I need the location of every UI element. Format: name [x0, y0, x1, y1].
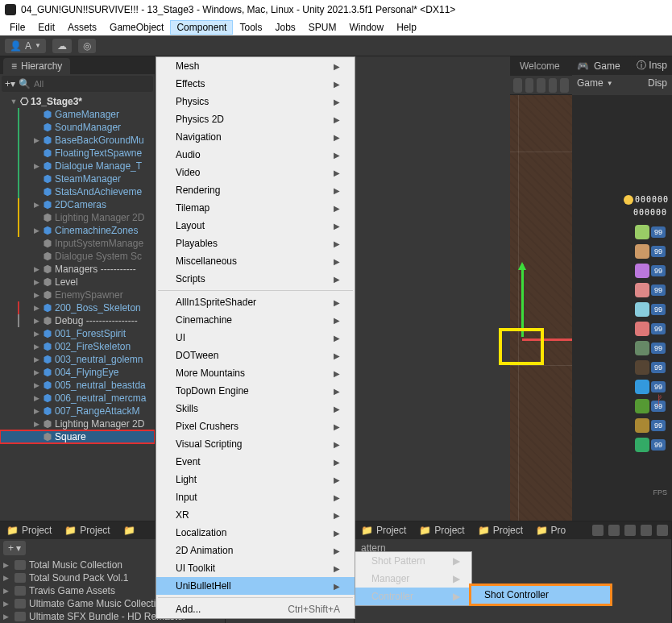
submenu-shot-pattern[interactable]: Shot Pattern▶ [355, 552, 471, 570]
expand-arrow-icon[interactable]: ▶ [32, 330, 40, 338]
tool-shaded[interactable] [513, 78, 522, 93]
lock-icon[interactable] [624, 525, 636, 536]
hierarchy-row[interactable]: ▶007_RangeAttackM [0, 405, 155, 417]
component-menu-item[interactable]: Audio▶ [156, 146, 355, 164]
hierarchy-row[interactable]: Dialogue System Sc [0, 250, 155, 263]
submenu-unibullethell[interactable]: Shot Pattern▶ Manager▶ Controller▶ [355, 551, 472, 606]
component-menu-item[interactable]: AllIn1SpriteShader▶ [156, 293, 355, 311]
hierarchy-tree[interactable]: ▼ ⎔ 13_Stage3* GameManagerSoundManager▶B… [0, 93, 155, 521]
component-menu-item[interactable]: XR▶ [156, 506, 355, 524]
component-menu-item[interactable]: UI Toolkit▶ [156, 559, 355, 577]
hierarchy-row[interactable]: ▶CinemachineZones [0, 224, 155, 237]
services-button[interactable]: ◎ [78, 39, 96, 53]
expand-arrow-icon[interactable]: ▶ [32, 136, 40, 144]
account-button[interactable]: 👤 A ▼ [5, 39, 46, 53]
component-menu-item[interactable]: Localization▶ [156, 524, 355, 542]
gizmo-y-axis[interactable] [521, 264, 524, 337]
component-menu-item[interactable]: Cinemachine▶ [156, 311, 355, 329]
expand-arrow-icon[interactable]: ▶ [32, 317, 40, 325]
tool-fx[interactable] [560, 78, 569, 93]
submenu-shot-controller[interactable]: Shot Controller [471, 586, 610, 604]
menu-edit[interactable]: Edit [31, 20, 61, 35]
hierarchy-row[interactable]: SteamManager [0, 172, 155, 185]
component-menu-item[interactable]: TopDown Engine▶ [156, 382, 355, 400]
scene-row[interactable]: ▼ ⎔ 13_Stage3* [0, 95, 155, 108]
component-menu-item[interactable]: Layout▶ [156, 217, 355, 235]
hierarchy-row[interactable]: ▶Level [0, 276, 155, 289]
component-menu-item[interactable]: Physics 2D▶ [156, 110, 355, 128]
tab-game[interactable]: 🎮 Game ⓘ Insp [572, 56, 672, 75]
tab-project-7[interactable]: 📁 Project [471, 522, 529, 538]
component-menu-item[interactable]: Rendering▶ [156, 181, 355, 199]
component-menu-item[interactable]: Light▶ [156, 471, 355, 488]
component-menu-item[interactable]: Video▶ [156, 164, 355, 181]
tool-2d[interactable] [525, 78, 534, 93]
cloud-button[interactable]: ☁ [52, 39, 72, 53]
menu-tools[interactable]: Tools [233, 20, 268, 35]
component-menu-item[interactable]: Physics▶ [156, 93, 355, 110]
tab-hierarchy[interactable]: ≡ Hierarchy [3, 58, 70, 74]
tool-audio[interactable] [549, 78, 558, 93]
component-menu-item[interactable]: Effects▶ [156, 75, 355, 93]
menu-assets[interactable]: Assets [61, 20, 103, 35]
tab-project-1[interactable]: 📁 Project [0, 522, 58, 538]
hierarchy-row[interactable]: ▶004_FlyingEye [0, 366, 155, 379]
menu-help[interactable]: Help [390, 20, 423, 35]
expand-arrow-icon[interactable]: ▶ [32, 226, 40, 235]
menu-gameobject[interactable]: GameObject [103, 20, 170, 35]
hierarchy-row[interactable]: Lighting Manager 2D [0, 211, 155, 224]
component-menu-item[interactable]: UniBulletHell▶ [156, 577, 355, 595]
expand-arrow-icon[interactable]: ▶ [32, 394, 40, 402]
hierarchy-row[interactable]: ▶2DCameras [0, 198, 155, 211]
plus-icon[interactable]: +▾ [5, 78, 15, 89]
hierarchy-row[interactable]: ▶Managers ----------- [0, 263, 155, 276]
component-menu-item[interactable]: Visual Scripting▶ [156, 435, 355, 453]
component-menu-item[interactable]: Pixel Crushers▶ [156, 417, 355, 435]
component-menu-item[interactable]: Miscellaneous▶ [156, 252, 355, 270]
hierarchy-row[interactable]: ▶200_Boss_Skeleton [0, 301, 155, 314]
hierarchy-row[interactable]: SoundManager [0, 121, 155, 134]
component-menu-item[interactable]: Navigation▶ [156, 128, 355, 146]
component-menu-item[interactable]: Skills▶ [156, 400, 355, 417]
tab-inspector[interactable]: ⓘ Insp [637, 59, 667, 73]
component-menu-item[interactable]: Playables▶ [156, 235, 355, 252]
expand-arrow-icon[interactable]: ▶ [32, 162, 40, 170]
hierarchy-row[interactable]: Square [0, 430, 155, 443]
hierarchy-row[interactable]: GameManager [0, 108, 155, 121]
menu-window[interactable]: Window [343, 20, 391, 35]
tab-welcome[interactable]: Welcome [515, 59, 565, 73]
expand-arrow-icon[interactable]: ▶ [32, 201, 40, 209]
tab-project-8[interactable]: 📁 Pro [529, 522, 572, 538]
expand-arrow-icon[interactable]: ▶ [32, 407, 40, 415]
expand-arrow-icon[interactable]: ▶ [32, 291, 40, 299]
game-mode[interactable]: Game [577, 77, 604, 89]
expand-arrow-icon[interactable]: ▶ [32, 343, 40, 351]
component-menu-item[interactable]: More Mountains▶ [156, 364, 355, 382]
hierarchy-row[interactable]: ▶006_neutral_mercma [0, 392, 155, 405]
tab-project-6[interactable]: 📁 Project [413, 522, 471, 538]
hierarchy-row[interactable]: ▶Dialogue Manage_T [0, 160, 155, 172]
hierarchy-row[interactable]: ▶003_neutral_golemn [0, 353, 155, 366]
expand-arrow-icon[interactable]: ▼ [10, 98, 18, 106]
hierarchy-row[interactable]: ▶001_ForestSpirit [0, 327, 155, 340]
component-menu-item[interactable]: DOTween▶ [156, 347, 355, 364]
expand-arrow-icon[interactable]: ▶ [32, 420, 40, 428]
display-label[interactable]: Disp [648, 77, 667, 89]
menu-spum[interactable]: SPUM [302, 20, 343, 35]
selection-outline[interactable] [499, 328, 544, 365]
star-icon[interactable] [641, 525, 652, 536]
component-menu-add[interactable]: Add...Ctrl+Shift+A [156, 600, 355, 618]
expand-arrow-icon[interactable]: ▶ [32, 368, 40, 376]
tool-light[interactable] [537, 78, 545, 93]
component-menu-item[interactable]: Tilemap▶ [156, 199, 355, 217]
component-menu-item[interactable]: 2D Animation▶ [156, 542, 355, 559]
hierarchy-row[interactable]: ▶EnemySpawner [0, 289, 155, 301]
hierarchy-row[interactable]: FloatingTextSpawne [0, 147, 155, 160]
component-menu-item[interactable]: Mesh▶ [156, 57, 355, 75]
submenu-manager[interactable]: Manager▶ [355, 570, 471, 588]
tab-project-3[interactable]: 📁 [117, 522, 142, 538]
filter-icon[interactable] [657, 525, 668, 536]
hierarchy-row[interactable]: ▶Lighting Manager 2D [0, 417, 155, 430]
project-add-button[interactable]: + ▾ [3, 541, 26, 555]
refresh-icon[interactable] [592, 525, 604, 536]
